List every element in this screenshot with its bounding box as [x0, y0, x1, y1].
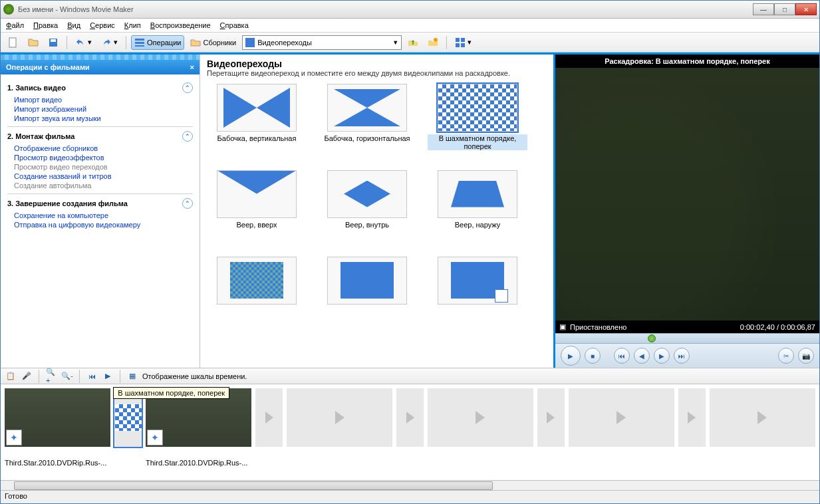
- section-finish: 3. Завершение создания фильма⌃: [7, 198, 193, 209]
- storyboard-toolbar-label[interactable]: Отображение шкалы времени.: [142, 372, 247, 380]
- open-button[interactable]: [25, 35, 42, 50]
- storyboard-clip[interactable]: ✦ Third.Star.2010.DVDRip.Rus-...: [5, 388, 110, 476]
- redo-button[interactable]: ▾: [98, 35, 121, 50]
- tasks-pane-header: Операции с фильмами ×: [1, 60, 200, 74]
- transition-item[interactable]: В шахматном порядке, поперек: [428, 84, 527, 164]
- seek-knob[interactable]: [648, 334, 656, 342]
- storyboard-clip-empty[interactable]: [710, 388, 815, 476]
- zoom-out-button[interactable]: 🔍-: [61, 370, 73, 382]
- transition-item[interactable]: Веер, вверх: [207, 170, 307, 250]
- menu-help[interactable]: Справка: [220, 21, 249, 29]
- collection-title: Видеопереходы: [207, 59, 547, 69]
- storyboard-transition-slot[interactable]: [396, 388, 424, 447]
- menu-view[interactable]: Вид: [67, 21, 80, 29]
- collapse-icon[interactable]: ⌃: [182, 82, 193, 93]
- svg-rect-10: [461, 43, 465, 47]
- transition-item[interactable]: Веер, внутрь: [317, 170, 417, 250]
- drag-tooltip: В шахматном порядке, поперек: [113, 387, 229, 399]
- minimize-button[interactable]: —: [753, 3, 774, 15]
- transition-item[interactable]: [207, 257, 307, 336]
- link-make-titles[interactable]: Создание названий и титров: [14, 172, 193, 180]
- app-window: Без имени - Windows Movie Maker — □ ✕ Фа…: [0, 0, 820, 504]
- snapshot-button[interactable]: 📷: [798, 348, 814, 364]
- section-edit: 2. Монтаж фильма⌃: [7, 131, 193, 142]
- transition-item[interactable]: Бабочка, горизонтальная: [317, 84, 417, 164]
- menu-clip[interactable]: Клип: [124, 21, 141, 29]
- app-icon: [3, 4, 14, 15]
- chevron-down-icon: ▼: [392, 39, 398, 46]
- transition-item[interactable]: Бабочка, вертикальная: [207, 84, 307, 164]
- link-show-collections[interactable]: Отображение сборников: [14, 144, 193, 152]
- horizontal-scrollbar[interactable]: [1, 480, 819, 491]
- preview-status-text: Приостановлено: [570, 323, 626, 331]
- location-value: Видеопереходы: [257, 39, 312, 47]
- next-clip-button[interactable]: ⏭: [674, 348, 690, 364]
- new-button[interactable]: [5, 35, 22, 50]
- menu-edit[interactable]: Правка: [33, 21, 58, 29]
- link-import-pictures[interactable]: Импорт изображений: [14, 105, 193, 113]
- storyboard-transition-slot[interactable]: [255, 388, 283, 447]
- svg-rect-3: [135, 39, 144, 41]
- link-save-computer[interactable]: Сохранение на компьютере: [14, 211, 193, 219]
- link-automovie[interactable]: Создание автофильма: [14, 182, 193, 189]
- collapse-icon[interactable]: ⌃: [182, 131, 193, 142]
- close-button[interactable]: ✕: [795, 3, 817, 15]
- undo-button[interactable]: ▾: [72, 35, 95, 50]
- link-view-transitions[interactable]: Просмотр видео переходов: [14, 163, 193, 171]
- storyboard-clip-empty[interactable]: [569, 388, 674, 476]
- storyboard-transition-slot[interactable]: [678, 388, 706, 447]
- link-import-video[interactable]: Импорт видео: [14, 96, 193, 104]
- tasks-toggle-button[interactable]: Операции: [131, 35, 184, 50]
- window-title: Без имени - Windows Movie Maker: [18, 5, 753, 13]
- storyboard[interactable]: ✦ Third.Star.2010.DVDRip.Rus-... В шахма…: [1, 384, 819, 480]
- transition-item[interactable]: [317, 257, 417, 336]
- link-send-dv[interactable]: Отправка на цифровую видеокамеру: [14, 221, 193, 229]
- preview-pane: Раскадровка: В шахматном порядке, попере…: [553, 55, 819, 368]
- storyboard-transition-slot[interactable]: [537, 388, 565, 447]
- close-tasks-button[interactable]: ×: [190, 63, 194, 71]
- menu-tools[interactable]: Сервис: [90, 21, 115, 29]
- menu-file[interactable]: Файл: [6, 21, 24, 29]
- storyboard-clip-empty[interactable]: [287, 388, 392, 476]
- frame-back-button[interactable]: ◀: [634, 348, 650, 364]
- link-view-effects[interactable]: Просмотр видеоэффектов: [14, 154, 193, 162]
- menu-play[interactable]: Воспроизведение: [150, 21, 211, 29]
- save-button[interactable]: [45, 35, 62, 50]
- fullscreen-icon[interactable]: ▣: [559, 322, 566, 331]
- prev-clip-button[interactable]: ⏮: [614, 348, 630, 364]
- storyboard-transition-slot[interactable]: В шахматном порядке, поперек: [114, 388, 142, 447]
- show-timeline-button[interactable]: 📋: [5, 370, 17, 382]
- transition-item[interactable]: [428, 257, 527, 336]
- effect-badge-icon[interactable]: ✦: [6, 430, 22, 445]
- transition-item[interactable]: Веер, наружу: [428, 170, 527, 250]
- zoom-in-button[interactable]: 🔍+: [45, 370, 57, 382]
- svg-point-6: [434, 38, 438, 42]
- link-import-audio[interactable]: Импорт звука или музыки: [14, 114, 193, 122]
- menubar: Файл Правка Вид Сервис Клип Воспроизведе…: [1, 19, 819, 33]
- narrate-button[interactable]: 🎤: [21, 370, 33, 382]
- stop-button[interactable]: ■: [585, 348, 601, 364]
- collapse-icon[interactable]: ⌃: [182, 198, 193, 209]
- timeline-view-icon[interactable]: ▦: [126, 370, 138, 382]
- statusbar: Готово: [1, 490, 819, 503]
- split-button[interactable]: ✂: [778, 348, 794, 364]
- play-timeline-button[interactable]: ▶: [102, 370, 114, 382]
- preview-seekbar[interactable]: [555, 333, 819, 344]
- collections-toggle-button[interactable]: Сборники: [187, 35, 239, 50]
- svg-rect-4: [135, 42, 144, 44]
- rewind-button[interactable]: ⏮: [86, 370, 98, 382]
- view-mode-button[interactable]: ▾: [452, 35, 475, 50]
- new-folder-button[interactable]: [424, 35, 442, 50]
- play-button[interactable]: ▶: [561, 346, 581, 366]
- section-capture: 1. Запись видео⌃: [7, 82, 193, 93]
- storyboard-clip-empty[interactable]: [428, 388, 533, 476]
- storyboard-toolbar: 📋 🎤 🔍+ 🔍- ⏮ ▶ ▦ Отображение шкалы времен…: [1, 368, 819, 384]
- preview-monitor[interactable]: [555, 68, 819, 321]
- location-dropdown[interactable]: Видеопереходы ▼: [242, 35, 402, 50]
- titlebar: Без имени - Windows Movie Maker — □ ✕: [1, 1, 819, 19]
- storyboard-clip[interactable]: ✦ Third.Star.2010.DVDRip.Rus-...: [146, 388, 251, 476]
- effect-badge-icon[interactable]: ✦: [147, 430, 163, 445]
- maximize-button[interactable]: □: [774, 3, 795, 15]
- up-level-button[interactable]: [404, 35, 422, 50]
- frame-fwd-button[interactable]: ▶: [654, 348, 670, 364]
